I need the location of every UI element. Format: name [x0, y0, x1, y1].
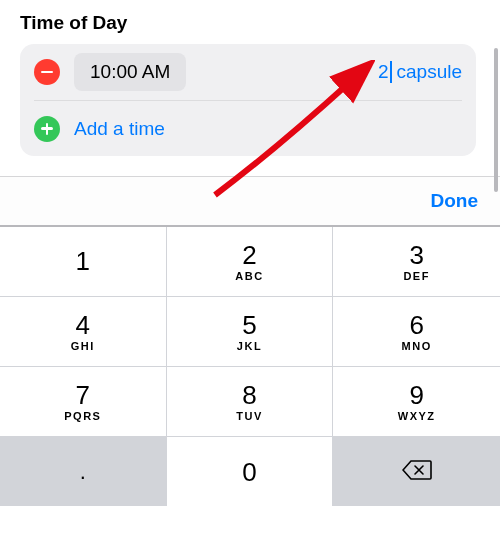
- key-5[interactable]: 5JKL: [167, 297, 334, 366]
- key-dot[interactable]: .: [0, 437, 167, 506]
- key-9[interactable]: 9WXYZ: [333, 367, 500, 436]
- add-time-label: Add a time: [74, 118, 165, 140]
- key-4[interactable]: 4GHI: [0, 297, 167, 366]
- unit-label[interactable]: capsule: [397, 61, 463, 83]
- time-card: 10:00 AM 2 capsule Add a time: [20, 44, 476, 156]
- backspace-icon: [402, 459, 432, 485]
- time-entry-row: 10:00 AM 2 capsule: [34, 44, 462, 100]
- add-icon[interactable]: [34, 116, 60, 142]
- quantity-input[interactable]: 2: [378, 61, 392, 83]
- keyboard-accessory: Done: [0, 176, 500, 226]
- key-8[interactable]: 8TUV: [167, 367, 334, 436]
- key-backspace[interactable]: [333, 437, 500, 506]
- key-2[interactable]: 2ABC: [167, 227, 334, 296]
- section-title: Time of Day: [20, 12, 480, 34]
- key-7[interactable]: 7PQRS: [0, 367, 167, 436]
- key-3[interactable]: 3DEF: [333, 227, 500, 296]
- scroll-indicator: [494, 48, 498, 192]
- key-6[interactable]: 6MNO: [333, 297, 500, 366]
- add-time-row[interactable]: Add a time: [34, 100, 462, 156]
- done-button[interactable]: Done: [431, 190, 479, 212]
- numeric-keypad: 1 2ABC 3DEF 4GHI 5JKL 6MNO 7PQRS 8TUV 9W…: [0, 226, 500, 506]
- key-1[interactable]: 1: [0, 227, 167, 296]
- time-value[interactable]: 10:00 AM: [74, 53, 186, 91]
- remove-icon[interactable]: [34, 59, 60, 85]
- key-0[interactable]: 0: [167, 437, 334, 506]
